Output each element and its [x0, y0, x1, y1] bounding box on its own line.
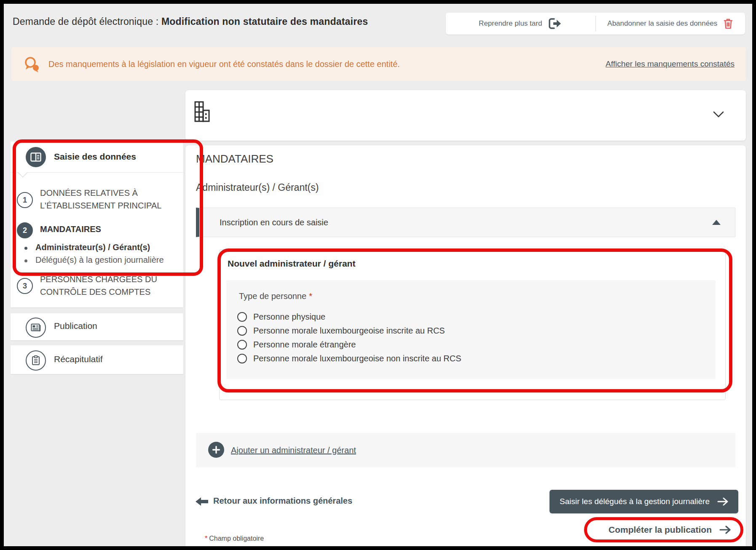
- page-title: Demande de dépôt électronique : Modifica…: [13, 16, 368, 27]
- show-violations-link[interactable]: Afficher les manquements constatés: [606, 59, 735, 69]
- building-icon: [194, 101, 211, 124]
- step-3-number: 3: [17, 278, 33, 294]
- resume-later-label: Reprendre plus tard: [479, 19, 542, 28]
- clipboard-icon: [26, 350, 46, 371]
- resume-later-button[interactable]: Reprendre plus tard: [446, 13, 595, 35]
- radio-option-morale-lux-non-inscrite[interactable]: Personne morale luxembourgeoise non insc…: [237, 352, 461, 365]
- sidebar-subitem-administrateurs[interactable]: Administrateur(s) / Gérant(s): [35, 243, 150, 252]
- trash-icon: [723, 18, 733, 29]
- inscription-panel-title: Inscription en cours de saisie: [220, 218, 328, 227]
- next-delegues-label: Saisir les délégués à la gestion journal…: [560, 497, 710, 506]
- required-asterisk: *: [309, 291, 312, 301]
- bullet-icon: [24, 247, 27, 250]
- sidebar-divider: [11, 172, 183, 173]
- radio-option-label: Personne morale étrangère: [253, 340, 356, 350]
- arrow-right-icon: [717, 497, 728, 506]
- form-title: Nouvel administrateur / gérant: [228, 259, 355, 269]
- subsection-title: Administrateur(s) / Gérant(s): [196, 182, 319, 193]
- required-note-text: Champ obligatoire: [209, 535, 264, 542]
- abandon-button[interactable]: Abandonner la saisie des données: [596, 13, 745, 35]
- radio-option-label: Personne morale luxembourgeoise non insc…: [253, 354, 461, 363]
- sidebar-item-mandataires[interactable]: MANDATAIRES: [40, 224, 101, 234]
- data-entry-icon: [26, 147, 46, 167]
- inscription-panel-header[interactable]: Inscription en cours de saisie: [196, 208, 735, 237]
- sidebar-subitem-delegues[interactable]: Délégué(s) à la gestion journalière: [35, 255, 164, 265]
- annotation-oval-publication: Compléter la publication: [584, 517, 743, 542]
- next-delegues-button[interactable]: Saisir les délégués à la gestion journal…: [550, 490, 738, 513]
- radio-icon[interactable]: [237, 326, 247, 336]
- entity-header-card: [185, 90, 746, 141]
- required-field-note: *Champ obligatoire: [205, 535, 264, 542]
- radio-option-label: Personne morale luxembourgeoise inscrite…: [253, 326, 445, 336]
- complete-publication-label: Compléter la publication: [609, 525, 712, 535]
- sidebar-section-saisie[interactable]: Saisie des données: [11, 142, 183, 173]
- field-label-text: Type de personne: [239, 291, 306, 301]
- sidebar-item-etablissement[interactable]: DONNÉES RELATIVES À L'ÉTABLISSEMENT PRIN…: [40, 187, 181, 212]
- back-arrow-icon[interactable]: [196, 497, 209, 508]
- abandon-label: Abandonner la saisie des données: [607, 19, 717, 28]
- sidebar-item-publication-label: Publication: [54, 321, 97, 331]
- newspaper-icon: [26, 318, 46, 338]
- arrow-right-icon: [719, 526, 731, 534]
- back-to-general-info-link[interactable]: Retour aux informations générales: [213, 496, 352, 506]
- header-actions: Reprendre plus tard Abandonner la saisie…: [446, 13, 745, 35]
- exit-icon: [548, 18, 562, 29]
- complete-publication-button[interactable]: Compléter la publication: [609, 525, 731, 535]
- collapse-triangle-icon[interactable]: [712, 220, 721, 225]
- app-window: Demande de dépôt électronique : Modifica…: [0, 0, 756, 550]
- compliance-warning-banner: Des manquements à la législation en vigu…: [11, 47, 745, 81]
- page-title-operation: Modification non statutaire des mandatai…: [161, 16, 368, 27]
- radio-icon[interactable]: [237, 340, 247, 350]
- sidebar-item-controle-comptes[interactable]: PERSONNES CHARGÉES DU CONTRÔLE DES COMPT…: [40, 273, 181, 298]
- step-2-number: 2: [17, 222, 33, 238]
- sidebar-item-recapitulatif-label: Récapitulatif: [54, 354, 103, 364]
- radio-icon[interactable]: [237, 354, 247, 363]
- chat-bubbles-icon: [23, 56, 42, 75]
- sidebar-item-recapitulatif[interactable]: Récapitulatif: [11, 345, 183, 374]
- add-administrator-link[interactable]: Ajouter un administrateur / gérant: [231, 446, 356, 455]
- sidebar-item-publication[interactable]: Publication: [11, 313, 183, 340]
- radio-option-personne-physique[interactable]: Personne physique: [237, 310, 325, 323]
- plus-icon[interactable]: [208, 442, 224, 458]
- sidebar-section-saisie-label: Saisie des données: [54, 152, 136, 162]
- section-title: MANDATAIRES: [196, 152, 273, 166]
- type-de-personne-label: Type de personne*: [239, 291, 312, 301]
- radio-icon[interactable]: [237, 312, 247, 322]
- step-1-number: 1: [17, 192, 33, 208]
- warning-message: Des manquements à la législation en vigu…: [48, 59, 400, 69]
- radio-option-morale-lux-inscrite[interactable]: Personne morale luxembourgeoise inscrite…: [237, 324, 445, 337]
- page-title-prefix: Demande de dépôt électronique :: [13, 16, 161, 27]
- radio-option-label: Personne physique: [253, 312, 325, 322]
- bullet-icon: [24, 259, 27, 262]
- radio-option-morale-etrangere[interactable]: Personne morale étrangère: [237, 338, 356, 351]
- required-asterisk: *: [205, 535, 207, 542]
- chevron-down-icon[interactable]: [713, 111, 724, 120]
